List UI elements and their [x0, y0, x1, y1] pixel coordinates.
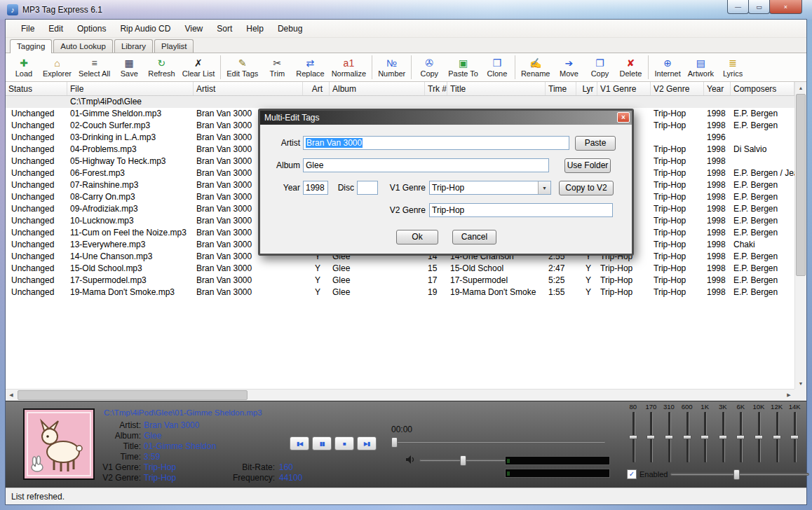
toolbar-refresh-button[interactable]: ↻Refresh: [144, 54, 179, 81]
v1-genre-dropdown[interactable]: Trip-Hop ▼: [429, 181, 551, 195]
toolbar-copy-file-button[interactable]: ❐Copy: [584, 54, 615, 81]
column-header-title[interactable]: Title: [447, 82, 546, 95]
tab-tagging[interactable]: Tagging: [10, 39, 52, 53]
toolbar-artwork-button[interactable]: ▤Artwork: [684, 54, 717, 81]
vertical-scrollbar[interactable]: ▲ ▼: [794, 82, 806, 389]
maximize-button[interactable]: ▭: [748, 0, 770, 14]
column-header-time[interactable]: Time: [546, 82, 576, 95]
cancel-button[interactable]: Cancel: [452, 230, 496, 244]
dropdown-arrow-icon[interactable]: ▼: [538, 181, 550, 194]
column-header-art[interactable]: Art: [303, 82, 330, 95]
menu-view[interactable]: View: [177, 21, 210, 36]
album-input[interactable]: Glee: [303, 158, 549, 172]
artist-input[interactable]: Bran Van 3000: [303, 136, 569, 150]
toolbar-clone-button[interactable]: ❒Clone: [482, 54, 513, 81]
minimize-button[interactable]: —: [727, 0, 749, 14]
seek-slider[interactable]: [391, 441, 606, 443]
column-header-album[interactable]: Album: [330, 82, 425, 95]
toolbar-clear-list-button[interactable]: ✗Clear List: [179, 54, 218, 81]
horizontal-scrollbar[interactable]: ◀ ▶: [6, 389, 794, 401]
table-row[interactable]: Unchanged15-Old School.mp3Bran Van 3000Y…: [6, 263, 794, 275]
toolbar-rename-button[interactable]: ✍Rename: [517, 54, 554, 81]
menu-edit[interactable]: Edit: [41, 21, 70, 36]
eq-band-6k-slider[interactable]: [736, 412, 745, 462]
eq-band-10k-slider[interactable]: [755, 412, 763, 462]
toolbar-paste-to-button[interactable]: ▣Paste To: [445, 54, 482, 81]
horizontal-scroll-thumb[interactable]: [18, 390, 248, 400]
use-folder-button[interactable]: Use Folder: [564, 158, 611, 173]
menu-help[interactable]: Help: [239, 21, 271, 36]
preamp-slider-thumb[interactable]: [733, 469, 740, 480]
eq-slider-thumb[interactable]: [790, 435, 799, 439]
v2-genre-input[interactable]: Trip-Hop: [429, 203, 613, 217]
year-input[interactable]: 1998: [303, 181, 328, 195]
tab-playlist[interactable]: Playlist: [154, 39, 194, 53]
paste-button[interactable]: Paste: [575, 136, 616, 151]
eq-enabled-checkbox[interactable]: ✓: [627, 469, 637, 479]
eq-slider-thumb[interactable]: [736, 435, 745, 439]
disc-input[interactable]: [357, 181, 378, 195]
eq-band-14k-slider[interactable]: [790, 412, 799, 462]
eq-slider-thumb[interactable]: [665, 435, 673, 439]
vertical-scroll-thumb[interactable]: [796, 94, 806, 276]
menu-debug[interactable]: Debug: [271, 21, 309, 36]
volume-slider-thumb[interactable]: [460, 455, 466, 466]
eq-band-600-slider[interactable]: [683, 412, 691, 462]
toolbar-save-button[interactable]: ▦Save: [114, 54, 144, 81]
eq-slider-thumb[interactable]: [755, 435, 763, 439]
preamp-slider[interactable]: [670, 473, 809, 476]
menu-file[interactable]: File: [14, 21, 41, 36]
ok-button[interactable]: Ok: [396, 230, 438, 244]
eq-band-170-slider[interactable]: [647, 412, 655, 462]
eq-band-310-slider[interactable]: [665, 412, 673, 462]
scroll-right-icon[interactable]: ▶: [783, 390, 794, 401]
column-header-trk[interactable]: Trk #: [425, 82, 447, 95]
eq-band-80-slider[interactable]: [629, 412, 637, 462]
close-button[interactable]: ×: [769, 0, 802, 14]
dialog-close-icon[interactable]: ×: [617, 112, 630, 123]
column-header-year[interactable]: Year: [704, 82, 731, 95]
scroll-down-icon[interactable]: ▼: [795, 378, 806, 389]
menu-sort[interactable]: Sort: [210, 21, 239, 36]
eq-band-3k-slider[interactable]: [719, 412, 727, 462]
menu-rip-audio-cd[interactable]: Rip Audio CD: [113, 21, 177, 36]
table-row[interactable]: Unchanged17-Supermodel.mp3Bran Van 3000Y…: [6, 275, 794, 287]
column-header-artist[interactable]: Artist: [194, 82, 303, 95]
column-header-v1-genre[interactable]: V1 Genre: [597, 82, 651, 95]
eq-slider-thumb[interactable]: [719, 435, 727, 439]
scroll-up-icon[interactable]: ▲: [795, 82, 806, 93]
toolbar-trim-button[interactable]: ✂Trim: [262, 54, 292, 81]
column-header-lyr[interactable]: Lyr: [576, 82, 597, 95]
toolbar-select-all-button[interactable]: ≡Select All: [75, 54, 114, 81]
eq-slider-thumb[interactable]: [647, 435, 655, 439]
toolbar-explorer-button[interactable]: ⌂Explorer: [39, 54, 75, 81]
previous-button[interactable]: ▮◀: [290, 436, 309, 450]
eq-slider-thumb[interactable]: [701, 435, 709, 439]
eq-slider-thumb[interactable]: [773, 435, 781, 439]
column-header-composers[interactable]: Composers: [731, 82, 794, 95]
copy-to-v2-button[interactable]: Copy to V2: [559, 181, 614, 195]
scroll-left-icon[interactable]: ◀: [6, 390, 17, 401]
toolbar-copy-tag-button[interactable]: ✇Copy: [414, 54, 445, 81]
toolbar-normalize-button[interactable]: a1Normalize: [328, 54, 370, 81]
eq-band-12k-slider[interactable]: [773, 412, 781, 462]
table-row[interactable]: Unchanged19-Mama Don't Smoke.mp3Bran Van…: [6, 287, 794, 298]
toolbar-delete-button[interactable]: ✘Delete: [615, 54, 646, 81]
eq-band-1k-slider[interactable]: [701, 412, 709, 462]
menu-options[interactable]: Options: [70, 21, 113, 36]
eq-slider-thumb[interactable]: [629, 435, 637, 439]
pause-button[interactable]: ▮▮: [312, 436, 332, 450]
column-header-file[interactable]: File: [67, 82, 194, 95]
next-button[interactable]: ▶▮: [357, 436, 377, 450]
table-group-row[interactable]: C:\Tmp\4iPod\Glee: [6, 96, 794, 108]
toolbar-load-button[interactable]: ✚Load: [8, 54, 39, 81]
toolbar-move-button[interactable]: ➔Move: [553, 54, 584, 81]
toolbar-lyrics-button[interactable]: ≣Lyrics: [717, 54, 748, 81]
tab-library[interactable]: Library: [114, 39, 153, 53]
eq-slider-thumb[interactable]: [683, 435, 691, 439]
toolbar-replace-button[interactable]: ⇄Replace: [292, 54, 327, 81]
toolbar-internet-button[interactable]: ⊕Internet: [651, 54, 684, 81]
toolbar-number-button[interactable]: №Number: [374, 54, 409, 81]
seek-slider-thumb[interactable]: [391, 437, 398, 448]
column-header-v2-genre[interactable]: V2 Genre: [651, 82, 704, 95]
